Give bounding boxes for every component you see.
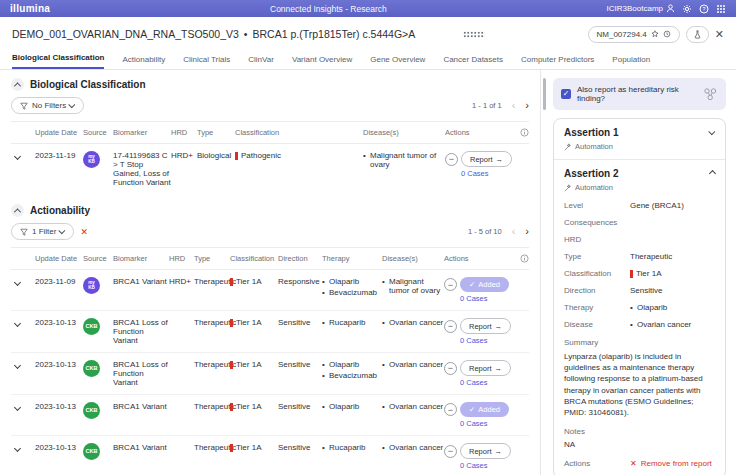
col-source: Source <box>83 128 113 137</box>
cases-link[interactable]: 0 Cases <box>460 419 514 428</box>
automation-badge: Automation <box>564 142 715 151</box>
arrow-right-icon: → <box>496 155 504 164</box>
dismiss-button[interactable]: − <box>444 403 457 416</box>
col-biomarker: Biomarker <box>113 128 171 137</box>
remove-from-report-link[interactable]: ✕ Remove from report <box>630 459 712 468</box>
sample-name: DEMO_001_OVARIAN_DNA_RNA_TSO500_V3 <box>12 28 239 40</box>
cases-link[interactable]: 0 Cases <box>460 294 514 303</box>
transcript-pill[interactable]: NM_007294.4 <box>588 26 680 43</box>
tab-gene-overview[interactable]: Gene Overview <box>370 55 425 69</box>
cases-link[interactable]: 0 Cases <box>461 169 515 178</box>
info-icon[interactable] <box>520 128 529 137</box>
assertion-2: Assertion 2 Automation LevelGene (BRCA1)… <box>554 159 725 475</box>
info-icon[interactable] <box>520 254 529 263</box>
field-direction: Sensitive <box>630 286 662 295</box>
app-grid-icon[interactable] <box>716 4 726 14</box>
close-icon[interactable]: ✕ <box>715 29 724 40</box>
source-ckb-badge: CKB <box>83 402 100 419</box>
drag-handle[interactable] <box>463 31 485 38</box>
cell-classification: Pathogenic <box>241 151 281 160</box>
tab-clinical-trials[interactable]: Clinical Trials <box>183 55 230 69</box>
tab-actionability[interactable]: Actionability <box>122 55 165 69</box>
col-therapy: Therapy <box>322 254 382 263</box>
collapse-actionability-button[interactable] <box>11 204 24 217</box>
table-row: 2023-11-09 myKB BRCA1 Variant HRD+ Thera… <box>11 270 529 311</box>
report-button[interactable]: Report→ <box>461 151 512 167</box>
assertion-2-header[interactable]: Assertion 2 <box>564 168 715 179</box>
tab-variant-overview[interactable]: Variant Overview <box>292 55 352 69</box>
collapse-biological-button[interactable] <box>11 78 24 91</box>
table-row: 2023-10-13 CKB BRCA1 Variant Therapeutic… <box>11 436 529 475</box>
lab-tools-button[interactable] <box>686 26 709 43</box>
expand-row-button[interactable] <box>15 445 22 452</box>
classification-bar <box>230 319 233 327</box>
field-disease: Ovarian cancer <box>630 320 691 329</box>
expand-row-button[interactable] <box>15 153 22 160</box>
prev-page-button[interactable]: ‹ <box>512 100 516 111</box>
tab-biological-classification[interactable]: Biological Classification <box>12 53 104 69</box>
breadcrumb-separator: • <box>244 28 248 40</box>
dismiss-button[interactable]: − <box>444 320 457 333</box>
arrow-right-icon: → <box>495 322 503 331</box>
cell-diseases: Malignant tumor of ovary <box>363 151 445 171</box>
hereditary-risk-checkbox[interactable]: ✓ <box>561 89 571 99</box>
col-classification: Classification <box>235 128 363 137</box>
expand-row-button[interactable] <box>15 279 22 286</box>
table-row: 2023-10-13 CKB BRCA1 Loss of Function Va… <box>11 311 529 353</box>
source-ckb-badge: CKB <box>83 318 100 335</box>
user-menu[interactable]: ICIR3Bootcamp <box>607 4 675 13</box>
pagination-label: 1 - 1 of 1 <box>472 101 502 110</box>
col-actions: Actions <box>444 254 514 263</box>
dismiss-button[interactable]: − <box>444 278 457 291</box>
expand-row-button[interactable] <box>15 362 22 369</box>
cases-link[interactable]: 0 Cases <box>460 461 514 470</box>
classification-bar <box>230 361 233 369</box>
help-icon[interactable]: ? <box>699 4 709 14</box>
tab-clinvar[interactable]: ClinVar <box>248 55 274 69</box>
actions-label: Actions <box>564 459 630 468</box>
cases-link[interactable]: 0 Cases <box>460 336 514 345</box>
history-icon[interactable] <box>663 30 671 38</box>
report-button[interactable]: Report→ <box>460 318 511 334</box>
classification-bar <box>230 403 233 411</box>
clear-filter-icon[interactable]: ✕ <box>80 227 88 237</box>
field-therapy: Olaparib <box>630 303 667 312</box>
dismiss-button[interactable]: − <box>444 362 457 375</box>
expand-row-button[interactable] <box>15 320 22 327</box>
cases-link[interactable]: 0 Cases <box>460 378 514 387</box>
assertion-fields: LevelGene (BRCA1) Consequences HRD TypeT… <box>564 201 715 329</box>
chevron-down-icon <box>708 128 715 135</box>
svg-text:?: ? <box>702 6 706 12</box>
breadcrumb: DEMO_001_OVARIAN_DNA_RNA_TSO500_V3 • BRC… <box>12 28 415 40</box>
tab-computer-predictors[interactable]: Computer Predictors <box>521 55 594 69</box>
classification-bar <box>235 152 238 160</box>
dismiss-button[interactable]: − <box>444 445 457 458</box>
assertion-1-header[interactable]: Assertion 1 <box>564 127 715 138</box>
biological-filter-button[interactable]: No Filters <box>11 97 84 114</box>
added-button[interactable]: ✓Added <box>460 277 509 292</box>
tab-cancer-datasets[interactable]: Cancer Datasets <box>443 55 503 69</box>
next-page-button[interactable]: › <box>525 226 529 237</box>
report-button[interactable]: Report→ <box>460 360 511 376</box>
panel-scrollbar[interactable] <box>543 78 546 110</box>
hereditary-risk-banner: ✓ Also report as hereditary risk finding… <box>553 78 726 110</box>
hereditary-risk-label: Also report as hereditary risk finding? <box>577 85 696 103</box>
dismiss-button[interactable]: − <box>445 153 458 166</box>
report-button[interactable]: Report→ <box>460 443 511 459</box>
col-update-date: Update Date <box>35 128 83 137</box>
field-classification: Tier 1A <box>630 269 662 278</box>
tab-population[interactable]: Population <box>612 55 650 69</box>
automation-icon <box>564 184 572 192</box>
col-classification: Classification <box>230 254 278 263</box>
expand-row-button[interactable] <box>15 404 22 411</box>
star-icon[interactable] <box>651 30 659 38</box>
prev-page-button[interactable]: ‹ <box>512 226 516 237</box>
actionability-filter-button[interactable]: 1 Filter <box>11 223 74 240</box>
col-biomarker: Biomarker <box>113 254 169 263</box>
cell-type: Biological <box>197 151 235 160</box>
field-type: Therapeutic <box>630 252 672 261</box>
added-button[interactable]: ✓Added <box>460 402 509 417</box>
settings-gear-icon[interactable] <box>682 4 692 14</box>
arrow-right-icon: → <box>495 447 503 456</box>
next-page-button[interactable]: › <box>525 100 529 111</box>
